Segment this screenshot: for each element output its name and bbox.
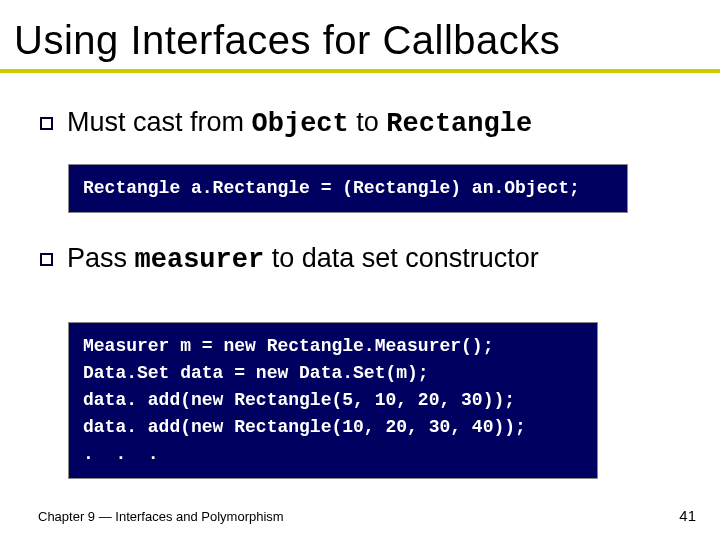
bullet-pre: Must cast from [67,107,252,137]
bullet-code: Object [252,109,349,139]
code-block-constructor: Measurer m = new Rectangle.Measurer(); D… [68,322,598,479]
bullet-text: Pass measurer to data set constructor [67,241,539,278]
square-bullet-icon [40,117,53,130]
bullet-pre: Pass [67,243,135,273]
bullet-text: Must cast from Object to Rectangle [67,105,532,142]
bullet-mid: to data set constructor [264,243,539,273]
bullet-item: Must cast from Object to Rectangle [40,105,690,142]
slide-content: Must cast from Object to Rectangle Recta… [0,73,720,479]
square-bullet-icon [40,253,53,266]
code-block-cast: Rectangle a.Rectangle = (Rectangle) an.O… [68,164,628,213]
bullet-mid: to [349,107,387,137]
slide-title: Using Interfaces for Callbacks [0,0,720,69]
bullet-code: measurer [135,245,265,275]
slide: Using Interfaces for Callbacks Must cast… [0,0,720,540]
page-number: 41 [679,507,696,524]
slide-footer: Chapter 9 — Interfaces and Polymorphism … [38,507,696,524]
chapter-label: Chapter 9 — Interfaces and Polymorphism [38,509,284,524]
bullet-item: Pass measurer to data set constructor [40,241,690,278]
bullet-code: Rectangle [386,109,532,139]
